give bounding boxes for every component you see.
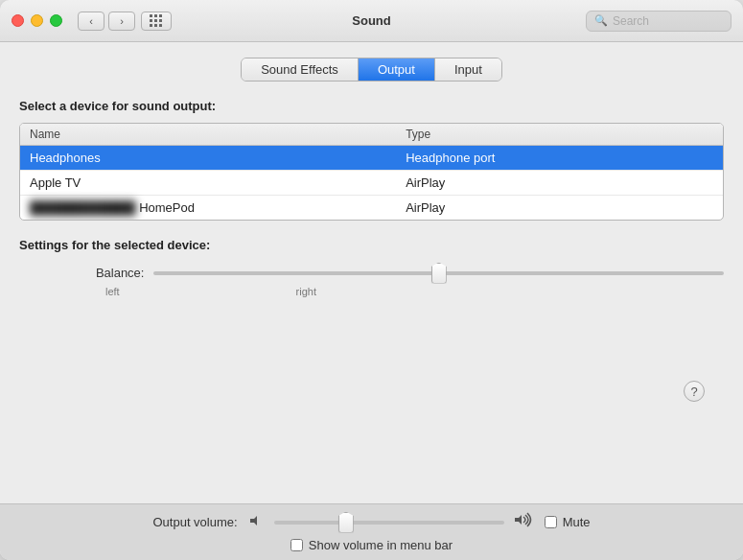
chevron-left-icon: ‹ bbox=[89, 15, 93, 27]
table-header: Name Type bbox=[20, 124, 723, 146]
balance-label: Balance: bbox=[77, 266, 144, 280]
question-mark-icon: ? bbox=[690, 385, 697, 399]
row-name-headphones: Headphones bbox=[30, 151, 406, 165]
chevron-right-icon: › bbox=[120, 15, 124, 27]
volume-low-icon bbox=[249, 513, 265, 531]
search-box[interactable]: 🔍 Search bbox=[586, 11, 731, 32]
volume-label: Output volume: bbox=[152, 515, 237, 529]
help-button[interactable]: ? bbox=[684, 381, 705, 402]
tab-bar: Sound Effects Output Input bbox=[19, 58, 724, 82]
bottom-bar: Output volume: Mute bbox=[0, 503, 743, 560]
tab-sound-effects[interactable]: Sound Effects bbox=[242, 58, 359, 81]
tab-input[interactable]: Input bbox=[435, 58, 501, 81]
show-volume-label: Show volume in menu bar bbox=[309, 538, 453, 552]
tab-group: Sound Effects Output Input bbox=[241, 58, 502, 82]
titlebar: ‹ › Sound 🔍 Search bbox=[0, 0, 743, 42]
back-button[interactable]: ‹ bbox=[78, 12, 104, 31]
device-table: Name Type Headphones Headphone port Appl… bbox=[19, 123, 724, 221]
table-row[interactable]: Headphones Headphone port bbox=[20, 146, 723, 171]
close-button[interactable] bbox=[12, 14, 24, 27]
grid-icon bbox=[150, 14, 163, 28]
search-icon: 🔍 bbox=[594, 14, 608, 27]
row-name-appletv: Apple TV bbox=[30, 175, 406, 190]
main-content: Sound Effects Output Input Select a devi… bbox=[0, 42, 743, 503]
mute-row: Mute bbox=[545, 515, 591, 529]
balance-labels: left right bbox=[105, 284, 316, 297]
col-header-type: Type bbox=[406, 128, 713, 141]
balance-slider[interactable] bbox=[153, 271, 724, 275]
svg-marker-0 bbox=[250, 516, 257, 525]
show-volume-checkbox[interactable] bbox=[290, 539, 303, 551]
volume-row: Output volume: Mute bbox=[19, 512, 724, 532]
grid-button[interactable] bbox=[141, 12, 172, 31]
row-type-headphones: Headphone port bbox=[406, 151, 713, 165]
settings-section: Settings for the selected device: Balanc… bbox=[19, 238, 724, 488]
mute-checkbox[interactable] bbox=[545, 516, 557, 528]
window-title: Sound bbox=[352, 13, 390, 28]
row-type-appletv: AirPlay bbox=[406, 175, 713, 190]
row-type-homepod: AirPlay bbox=[406, 200, 713, 215]
show-volume-row: Show volume in menu bar bbox=[290, 538, 453, 552]
col-header-name: Name bbox=[30, 128, 406, 141]
settings-heading: Settings for the selected device: bbox=[19, 238, 724, 252]
table-row[interactable]: Apple TV AirPlay bbox=[20, 171, 723, 196]
maximize-button[interactable] bbox=[50, 14, 62, 27]
volume-slider[interactable] bbox=[274, 521, 504, 525]
traffic-lights bbox=[12, 14, 62, 27]
mute-label: Mute bbox=[563, 515, 591, 529]
nav-buttons: ‹ › bbox=[78, 12, 135, 31]
volume-high-icon bbox=[514, 512, 535, 532]
balance-left-label: left bbox=[105, 286, 120, 297]
device-section-heading: Select a device for sound output: bbox=[19, 99, 724, 113]
main-window: ‹ › Sound 🔍 Search Sound Effects Output bbox=[0, 0, 743, 560]
forward-button[interactable]: › bbox=[108, 12, 135, 31]
svg-marker-1 bbox=[515, 515, 522, 525]
minimize-button[interactable] bbox=[31, 14, 43, 27]
table-row[interactable]: ████████████ HomePod AirPlay bbox=[20, 196, 723, 220]
row-name-homepod: ████████████ HomePod bbox=[30, 200, 406, 215]
balance-row: Balance: bbox=[19, 266, 724, 280]
search-placeholder: Search bbox=[613, 14, 649, 28]
tab-output[interactable]: Output bbox=[359, 58, 435, 81]
balance-right-label: right bbox=[296, 286, 316, 297]
